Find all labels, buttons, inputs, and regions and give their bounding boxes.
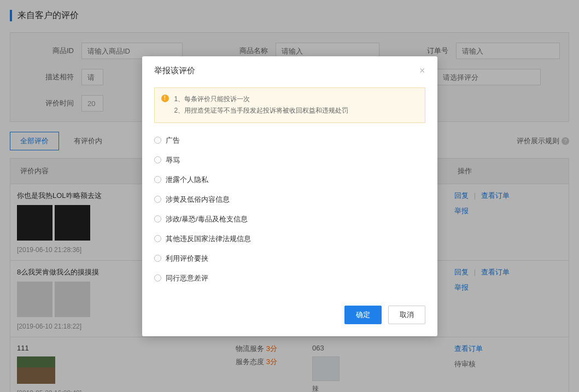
radio-icon <box>154 196 161 203</box>
radio-label: 同行恶意差评 <box>166 273 208 283</box>
cancel-button[interactable]: 取消 <box>388 306 425 324</box>
radio-label: 广告 <box>166 136 180 145</box>
confirm-button[interactable]: 确定 <box>344 306 382 324</box>
radio-option-malicious[interactable]: 同行恶意差评 <box>154 268 425 288</box>
radio-label: 泄露个人隐私 <box>166 175 208 185</box>
radio-icon <box>154 176 161 183</box>
radio-icon <box>154 156 161 163</box>
radio-label: 涉政/暴恐/毒品及枪支信息 <box>166 214 248 224</box>
radio-icon <box>154 274 161 282</box>
radio-option-illegal[interactable]: 其他违反国家法律法规信息 <box>154 229 425 249</box>
alert-line-1: 1、每条评价只能投诉一次 <box>174 93 349 105</box>
alert-line-2: 2、用捏造凭证等不当手段发起投诉将被收回权益和违规处罚 <box>174 105 349 117</box>
radio-option-privacy[interactable]: 泄露个人隐私 <box>154 170 425 190</box>
radio-icon <box>154 235 161 242</box>
close-icon[interactable]: × <box>419 65 425 76</box>
radio-option-vulgar[interactable]: 涉黄及低俗内容信息 <box>154 190 425 209</box>
modal-title: 举报该评价 <box>154 65 419 75</box>
radio-option-abuse[interactable]: 辱骂 <box>154 150 425 170</box>
radio-option-ad[interactable]: 广告 <box>154 131 425 150</box>
radio-group: 广告 辱骂 泄露个人隐私 涉黄及低俗内容信息 涉政/暴恐/毒品及枪支信息 其他违… <box>154 131 425 288</box>
alert-box: ! 1、每条评价只能投诉一次 2、用捏造凭证等不当手段发起投诉将被收回权益和违规… <box>154 87 425 122</box>
radio-option-extortion[interactable]: 利用评价要挟 <box>154 249 425 268</box>
report-modal: 举报该评价 × ! 1、每条评价只能投诉一次 2、用捏造凭证等不当手段发起投诉将… <box>142 56 437 336</box>
radio-label: 其他违反国家法律法规信息 <box>166 234 251 244</box>
radio-option-political[interactable]: 涉政/暴恐/毒品及枪支信息 <box>154 209 425 229</box>
radio-label: 利用评价要挟 <box>166 254 208 264</box>
radio-label: 涉黄及低俗内容信息 <box>166 195 230 204</box>
radio-icon <box>154 255 161 262</box>
radio-icon <box>154 137 161 144</box>
warning-icon: ! <box>161 94 169 102</box>
radio-label: 辱骂 <box>166 155 180 165</box>
radio-icon <box>154 215 161 223</box>
